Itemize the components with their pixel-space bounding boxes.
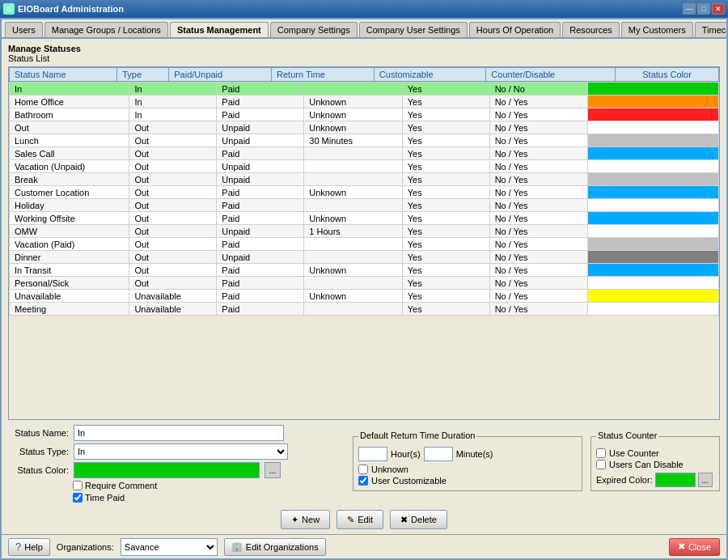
cell-type: Out [129, 199, 217, 212]
cell-customizable: Yes [402, 277, 489, 290]
new-button[interactable]: ✦ New [281, 510, 330, 529]
cell-return-time: Unknown [304, 186, 402, 199]
cell-status-name: Working Offsite [10, 212, 129, 225]
table-row[interactable]: Home Office In Paid Unknown Yes No / Yes [10, 95, 719, 108]
unknown-checkbox[interactable] [358, 465, 368, 474]
cell-type: Out [129, 121, 217, 134]
minimize-button[interactable]: — [683, 3, 696, 15]
table-row[interactable]: Sales Call Out Paid Yes No / Yes [10, 147, 719, 160]
maximize-button[interactable]: □ [697, 3, 710, 15]
time-paid-checkbox[interactable] [73, 493, 83, 503]
cell-return-time [304, 173, 402, 186]
table-row[interactable]: Out Out Unpaid Unknown Yes No / Yes [10, 121, 719, 134]
cell-paid-unpaid: Paid [217, 147, 304, 160]
cell-paid-unpaid: Unpaid [217, 225, 304, 238]
hour-value-input[interactable] [358, 447, 387, 461]
status-color-label: Status Color: [8, 465, 69, 475]
table-row[interactable]: Vacation (Unpaid) Out Unpaid Yes No / Ye… [10, 160, 719, 173]
edit-button[interactable]: ✎ Edit [336, 510, 383, 529]
tab-company-settings[interactable]: Company Settings [270, 22, 358, 37]
edit-organizations-button[interactable]: 🏢 Edit Organizations [224, 538, 326, 556]
table-row[interactable]: Dinner Out Unpaid Yes No / Yes [10, 251, 719, 264]
cell-type: Out [129, 173, 217, 186]
col-type: Type [117, 68, 169, 82]
delete-button[interactable]: ✖ Delete [390, 510, 447, 529]
organizations-label: Organizations: [57, 542, 114, 552]
expired-color-button[interactable]: ... [698, 473, 713, 487]
table-row[interactable]: Holiday Out Paid Yes No / Yes [10, 199, 719, 212]
require-comment-checkbox[interactable] [73, 481, 83, 490]
table-row[interactable]: Vacation (Paid) Out Paid Yes No / Yes [10, 238, 719, 251]
cell-counter-disable: No / No [489, 83, 587, 95]
cell-counter-disable: No / Yes [489, 303, 587, 316]
table-row[interactable]: Personal/Sick Out Paid Yes No / Yes [10, 277, 719, 290]
user-customizable-checkbox[interactable] [358, 476, 368, 486]
table-row[interactable]: Bathroom In Paid Unknown Yes No / Yes [10, 108, 719, 121]
minute-label: Minute(s) [456, 449, 493, 459]
table-row[interactable]: Lunch Out Unpaid 30 Minutes Yes No / Yes [10, 134, 719, 147]
table-row[interactable]: Meeting Unavailable Paid Yes No / Yes [10, 303, 719, 316]
cell-type: Out [129, 147, 217, 160]
table-row[interactable]: Unavailable Unavailable Paid Unknown Yes… [10, 290, 719, 303]
status-color-button[interactable]: ... [265, 462, 281, 478]
cell-counter-disable: No / Yes [489, 225, 587, 238]
cell-return-time [304, 147, 402, 160]
close-button[interactable]: ✖ Close [669, 538, 720, 556]
tab-manage-groups[interactable]: Manage Groups / Locations [44, 22, 168, 37]
cell-customizable: Yes [402, 238, 489, 251]
user-customizable-label: User Customizable [371, 476, 447, 486]
expired-color-label: Expired Color: [596, 475, 653, 485]
tab-users[interactable]: Users [5, 22, 43, 37]
table-row[interactable]: OMW Out Unpaid 1 Hours Yes No / Yes [10, 225, 719, 238]
cell-paid-unpaid: Unpaid [217, 173, 304, 186]
cell-counter-disable: No / Yes [489, 186, 587, 199]
cell-return-time [304, 160, 402, 173]
cell-return-time: Unknown [304, 212, 402, 225]
cell-customizable: Yes [402, 173, 489, 186]
time-paid-label: Time Paid [85, 493, 125, 503]
tab-company-user-settings[interactable]: Company User Settings [359, 22, 468, 37]
status-type-select[interactable]: In Out Unavailable [74, 443, 288, 460]
close-window-button[interactable]: ✕ [712, 3, 725, 15]
users-can-disable-checkbox[interactable] [596, 460, 606, 469]
hour-label: Hour(s) [391, 449, 421, 459]
cell-customizable: Yes [402, 121, 489, 134]
cell-return-time: Unknown [304, 95, 402, 108]
cell-status-name: Dinner [10, 251, 129, 264]
cell-customizable: Yes [402, 186, 489, 199]
table-row[interactable]: In In Paid Yes No / No [10, 83, 719, 95]
cell-type: Out [129, 160, 217, 173]
cell-customizable: Yes [402, 147, 489, 160]
app-icon: E [3, 3, 15, 15]
col-status-name: Status Name [10, 68, 117, 82]
cell-counter-disable: No / Yes [489, 95, 587, 108]
cell-status-name: In [10, 83, 129, 95]
minute-value-input[interactable] [424, 447, 453, 461]
tab-hours-of-operation[interactable]: Hours Of Operation [469, 22, 561, 37]
cell-type: In [129, 83, 217, 95]
tab-bar: Users Manage Groups / Locations Status M… [2, 19, 726, 39]
organizations-select[interactable]: Savance [121, 538, 218, 556]
cell-customizable: Yes [402, 108, 489, 121]
cell-customizable: Yes [402, 134, 489, 147]
edit-icon: ✎ [347, 515, 354, 525]
table-row[interactable]: In Transit Out Paid Unknown Yes No / Yes [10, 264, 719, 277]
tab-status-management[interactable]: Status Management [170, 22, 269, 39]
close-icon: ✖ [678, 541, 685, 552]
status-name-input[interactable] [74, 425, 284, 441]
table-row[interactable]: Break Out Unpaid Yes No / Yes [10, 173, 719, 186]
cell-status-name: Unavailable [10, 290, 129, 303]
cell-counter-disable: No / Yes [489, 212, 587, 225]
tab-resources[interactable]: Resources [562, 22, 620, 37]
use-counter-label: Use Counter [609, 448, 659, 458]
cell-customizable: Yes [402, 95, 489, 108]
use-counter-checkbox[interactable] [596, 448, 606, 458]
table-row[interactable]: Customer Location Out Paid Unknown Yes N… [10, 186, 719, 199]
table-row[interactable]: Working Offsite Out Paid Unknown Yes No … [10, 212, 719, 225]
cell-customizable: Yes [402, 160, 489, 173]
help-button[interactable]: ? Help [8, 538, 50, 556]
bottom-form: Status Name: Status Type: In Out Unavail… [8, 425, 720, 529]
tab-timecard[interactable]: Timecard [695, 22, 726, 37]
status-table-scroll[interactable]: In In Paid Yes No / No Home Office In Pa… [9, 82, 719, 419]
tab-my-customers[interactable]: My Customers [621, 22, 693, 37]
